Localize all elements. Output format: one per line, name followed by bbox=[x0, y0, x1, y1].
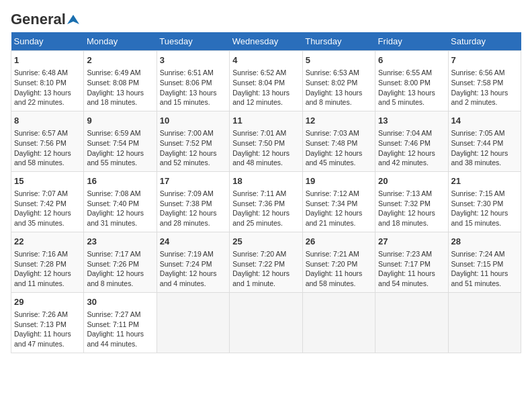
calendar-cell: 16Sunrise: 7:08 AMSunset: 7:40 PMDayligh… bbox=[84, 171, 157, 232]
day-number: 9 bbox=[87, 115, 153, 127]
calendar-cell: 25Sunrise: 7:20 AMSunset: 7:22 PMDayligh… bbox=[230, 232, 302, 292]
day-info-line: Sunset: 7:36 PM bbox=[232, 199, 299, 209]
calendar-cell: 3Sunrise: 6:51 AMSunset: 8:06 PMDaylight… bbox=[157, 51, 229, 111]
day-info-line: Sunset: 7:20 PM bbox=[306, 259, 372, 269]
day-info-line: Sunset: 8:00 PM bbox=[378, 78, 445, 88]
day-info-line: and 15 minutes. bbox=[451, 218, 518, 228]
day-info-line: Sunrise: 6:57 AM bbox=[14, 128, 81, 138]
day-info-line: Sunrise: 7:09 AM bbox=[160, 189, 226, 199]
day-info-line: Sunset: 7:38 PM bbox=[160, 199, 226, 209]
day-info-line: and 18 minutes. bbox=[87, 97, 153, 107]
day-number: 11 bbox=[232, 115, 299, 127]
day-info-line: Sunrise: 6:55 AM bbox=[378, 68, 445, 78]
day-info-line: and 22 minutes. bbox=[14, 97, 81, 107]
day-info-line: Daylight: 12 hours bbox=[306, 148, 372, 158]
calendar-table: SundayMondayTuesdayWednesdayThursdayFrid… bbox=[11, 32, 521, 353]
day-info-line: Sunset: 7:28 PM bbox=[14, 259, 81, 269]
day-number: 20 bbox=[378, 175, 445, 187]
day-info-line: Daylight: 13 hours bbox=[306, 88, 372, 98]
calendar-cell: 8Sunrise: 6:57 AMSunset: 7:56 PMDaylight… bbox=[11, 111, 84, 171]
day-number: 8 bbox=[14, 115, 81, 127]
day-info-line: Sunset: 7:52 PM bbox=[160, 138, 226, 148]
day-number: 6 bbox=[378, 54, 445, 66]
svg-marker-0 bbox=[67, 15, 79, 24]
day-info-line: Daylight: 11 hours bbox=[14, 329, 81, 339]
day-number: 21 bbox=[451, 175, 518, 187]
day-info-line: Daylight: 12 hours bbox=[160, 148, 226, 158]
calendar-cell bbox=[230, 292, 302, 353]
day-number: 15 bbox=[14, 175, 81, 187]
day-number: 3 bbox=[160, 54, 226, 66]
day-info-line: Sunset: 7:56 PM bbox=[14, 138, 81, 148]
day-number: 19 bbox=[306, 175, 372, 187]
day-info-line: Sunrise: 7:05 AM bbox=[451, 128, 518, 138]
col-header-saturday: Saturday bbox=[448, 32, 521, 51]
calendar-cell: 6Sunrise: 6:55 AMSunset: 8:00 PMDaylight… bbox=[375, 51, 448, 111]
day-info-line: Sunrise: 6:51 AM bbox=[160, 68, 226, 78]
day-info-line: and 44 minutes. bbox=[87, 339, 153, 349]
calendar-cell: 11Sunrise: 7:01 AMSunset: 7:50 PMDayligh… bbox=[230, 111, 302, 171]
day-info-line: Daylight: 13 hours bbox=[451, 88, 518, 98]
calendar-cell: 9Sunrise: 6:59 AMSunset: 7:54 PMDaylight… bbox=[84, 111, 157, 171]
calendar-cell: 26Sunrise: 7:21 AMSunset: 7:20 PMDayligh… bbox=[302, 232, 375, 292]
day-info-line: Sunrise: 6:56 AM bbox=[451, 68, 518, 78]
calendar-cell: 14Sunrise: 7:05 AMSunset: 7:44 PMDayligh… bbox=[448, 111, 521, 171]
day-info-line: Sunrise: 7:23 AM bbox=[378, 249, 445, 259]
day-info-line: Daylight: 12 hours bbox=[87, 208, 153, 218]
day-info-line: Daylight: 12 hours bbox=[232, 208, 299, 218]
calendar-cell: 19Sunrise: 7:12 AMSunset: 7:34 PMDayligh… bbox=[302, 171, 375, 232]
day-info-line: Sunset: 8:02 PM bbox=[306, 78, 372, 88]
day-info-line: Sunrise: 7:17 AM bbox=[87, 249, 153, 259]
day-info-line: Sunset: 7:32 PM bbox=[378, 199, 445, 209]
day-info-line: Daylight: 12 hours bbox=[160, 208, 226, 218]
day-info-line: Sunset: 7:15 PM bbox=[451, 259, 518, 269]
day-info-line: Daylight: 11 hours bbox=[87, 329, 153, 339]
day-info-line: Daylight: 11 hours bbox=[378, 269, 445, 279]
day-info-line: Sunrise: 7:19 AM bbox=[160, 249, 226, 259]
header: General bbox=[11, 11, 521, 26]
calendar-cell bbox=[375, 292, 448, 353]
calendar-cell: 23Sunrise: 7:17 AMSunset: 7:26 PMDayligh… bbox=[84, 232, 157, 292]
day-info-line: Sunset: 7:11 PM bbox=[87, 320, 153, 330]
day-info-line: and 45 minutes. bbox=[306, 158, 372, 168]
day-info-line: Sunrise: 7:03 AM bbox=[306, 128, 372, 138]
day-number: 25 bbox=[232, 236, 299, 248]
calendar-cell: 17Sunrise: 7:09 AMSunset: 7:38 PMDayligh… bbox=[157, 171, 229, 232]
calendar-cell: 29Sunrise: 7:26 AMSunset: 7:13 PMDayligh… bbox=[11, 292, 84, 353]
day-info-line: and 38 minutes. bbox=[451, 158, 518, 168]
day-info-line: Sunrise: 7:24 AM bbox=[451, 249, 518, 259]
col-header-wednesday: Wednesday bbox=[230, 32, 302, 51]
day-info-line: and 2 minutes. bbox=[451, 97, 518, 107]
day-info-line: Daylight: 12 hours bbox=[87, 269, 153, 279]
day-info-line: Sunset: 7:50 PM bbox=[232, 138, 299, 148]
day-info-line: Sunset: 7:40 PM bbox=[87, 199, 153, 209]
day-number: 10 bbox=[160, 115, 226, 127]
col-header-tuesday: Tuesday bbox=[157, 32, 229, 51]
day-info-line: and 42 minutes. bbox=[378, 158, 445, 168]
day-info-line: and 15 minutes. bbox=[160, 97, 226, 107]
day-info-line: Sunrise: 7:07 AM bbox=[14, 189, 81, 199]
day-info-line: Daylight: 12 hours bbox=[451, 208, 518, 218]
day-info-line: and 55 minutes. bbox=[87, 158, 153, 168]
calendar-cell: 2Sunrise: 6:49 AMSunset: 8:08 PMDaylight… bbox=[84, 51, 157, 111]
day-number: 17 bbox=[160, 175, 226, 187]
logo-general: General bbox=[11, 11, 66, 28]
day-info-line: Sunrise: 7:27 AM bbox=[87, 310, 153, 320]
calendar-cell bbox=[448, 292, 521, 353]
day-info-line: Daylight: 12 hours bbox=[14, 269, 81, 279]
day-info-line: Sunrise: 6:49 AM bbox=[87, 68, 153, 78]
day-info-line: Sunrise: 7:15 AM bbox=[451, 189, 518, 199]
day-info-line: Sunrise: 7:12 AM bbox=[306, 189, 372, 199]
day-info-line: Daylight: 12 hours bbox=[306, 208, 372, 218]
day-info-line: Sunrise: 7:16 AM bbox=[14, 249, 81, 259]
day-info-line: Sunset: 7:46 PM bbox=[378, 138, 445, 148]
calendar-cell: 7Sunrise: 6:56 AMSunset: 7:58 PMDaylight… bbox=[448, 51, 521, 111]
calendar-cell: 24Sunrise: 7:19 AMSunset: 7:24 PMDayligh… bbox=[157, 232, 229, 292]
day-number: 16 bbox=[87, 175, 153, 187]
day-info-line: and 4 minutes. bbox=[160, 279, 226, 289]
day-info-line: and 31 minutes. bbox=[87, 218, 153, 228]
day-number: 28 bbox=[451, 236, 518, 248]
calendar-cell: 15Sunrise: 7:07 AMSunset: 7:42 PMDayligh… bbox=[11, 171, 84, 232]
day-number: 18 bbox=[232, 175, 299, 187]
calendar-cell: 28Sunrise: 7:24 AMSunset: 7:15 PMDayligh… bbox=[448, 232, 521, 292]
